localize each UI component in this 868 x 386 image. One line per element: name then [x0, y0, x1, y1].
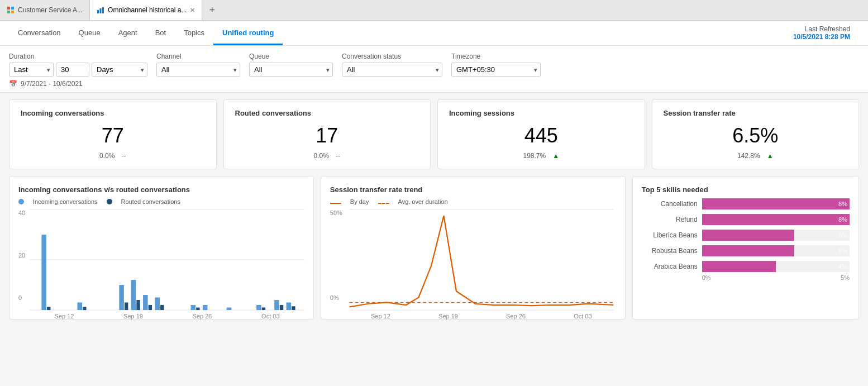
- skill-bar-cancellation: 8%: [702, 198, 850, 209]
- chart-incoming-title: Incoming conversations v/s routed conver…: [18, 185, 304, 194]
- calendar-icon: 📅: [9, 80, 17, 88]
- svg-rect-16: [131, 280, 136, 310]
- svg-rect-1: [11, 7, 14, 9]
- svg-rect-15: [125, 303, 128, 311]
- browser-tabs: Customer Service A... Omnichannel histor…: [0, 0, 868, 21]
- svg-rect-28: [274, 300, 279, 310]
- svg-rect-29: [280, 305, 283, 310]
- tab-topics[interactable]: Topics: [175, 22, 213, 45]
- chart-icon: [97, 6, 104, 14]
- svg-rect-17: [137, 300, 140, 310]
- channel-select-wrapper: All: [156, 63, 240, 77]
- skill-bar-bg-refund: 8%: [702, 214, 850, 225]
- skill-bar-robusta: 5%: [702, 245, 794, 256]
- duration-unit-select[interactable]: Days Weeks Months: [92, 63, 147, 77]
- close-tab-icon[interactable]: ✕: [190, 7, 195, 14]
- chart-top-skills: Top 5 skills needed Cancellation 8% Refu…: [632, 176, 859, 320]
- chart-incoming-vs-routed: Incoming conversations v/s routed conver…: [9, 176, 314, 320]
- svg-rect-6: [102, 7, 104, 13]
- duration-value-input[interactable]: [56, 63, 89, 77]
- kpi-incoming-sessions: Incoming sessions 445 198.7% ▲: [437, 99, 645, 169]
- skill-bar-bg-liberica: 5%: [702, 230, 850, 241]
- queue-select[interactable]: All: [249, 63, 333, 77]
- legend-by-day-line: [330, 203, 341, 204]
- svg-rect-24: [203, 305, 208, 310]
- date-range: 📅 9/7/2021 - 10/6/2021: [9, 80, 859, 88]
- arrow-up-icon-transfer: ▲: [767, 152, 774, 160]
- last-refreshed: Last Refreshed 10/5/2021 8:28 PM: [784, 21, 859, 45]
- kpi-incoming-conversations: Incoming conversations 77 0.0% --: [9, 99, 217, 169]
- svg-rect-2: [7, 11, 10, 13]
- filter-timezone: Timezone GMT+05:30: [451, 53, 541, 77]
- filter-conversation-status: Conversation status All: [342, 53, 442, 77]
- kpi-value-incoming: 77: [21, 124, 205, 147]
- kpi-value-routed: 17: [235, 124, 419, 147]
- svg-rect-11: [47, 307, 50, 310]
- legend-avg-dashed: [378, 203, 389, 204]
- svg-rect-4: [97, 10, 99, 13]
- chart-incoming-legend: Incoming conversations Routed conversati…: [18, 198, 304, 205]
- charts-row: Incoming conversations v/s routed conver…: [0, 176, 868, 326]
- skill-bar-arabica: 4%: [702, 261, 776, 272]
- filter-channel: Channel All: [156, 53, 240, 77]
- queue-select-wrapper: All: [249, 63, 333, 77]
- skill-bar-bg-arabica: 4%: [702, 261, 850, 272]
- svg-rect-21: [160, 305, 164, 310]
- tab-bot[interactable]: Bot: [146, 22, 175, 45]
- kpi-routed-conversations: Routed conversations 17 0.0% --: [223, 99, 431, 169]
- kpi-value-sessions: 445: [449, 124, 633, 147]
- chart-transfer-legend: By day Avg. over duration: [330, 198, 616, 205]
- legend-incoming-dot: [18, 199, 24, 204]
- duration-preset-select[interactable]: Last: [9, 63, 54, 77]
- timezone-select-wrapper: GMT+05:30: [451, 63, 541, 77]
- filters-bar: Duration Last Days Weeks Months: [0, 46, 868, 93]
- skill-row-cancellation: Cancellation 8%: [642, 198, 850, 209]
- browser-tab-1[interactable]: Customer Service A...: [0, 0, 90, 20]
- new-tab-button[interactable]: +: [202, 0, 222, 20]
- timezone-select[interactable]: GMT+05:30: [451, 63, 541, 77]
- svg-rect-25: [227, 308, 232, 311]
- duration-controls: Last Days Weeks Months: [9, 63, 147, 77]
- svg-rect-18: [143, 295, 148, 310]
- bar-chart-y-axis: 40 20 0: [18, 209, 27, 310]
- browser-tab-2-label: Omnichannel historical a...: [108, 6, 187, 14]
- tab-queue[interactable]: Queue: [70, 22, 109, 45]
- kpi-sub-sessions: 198.7% ▲: [449, 152, 633, 160]
- line-chart-y-axis: 50% 0%: [330, 209, 345, 310]
- nav-tabs: Conversation Queue Agent Bot Topics Unif…: [0, 21, 868, 46]
- chart-transfer-title: Session transfer rate trend: [330, 185, 616, 194]
- tab-unified-routing[interactable]: Unified routing: [213, 22, 283, 45]
- tab-conversation[interactable]: Conversation: [9, 22, 70, 45]
- conversation-status-select[interactable]: All: [342, 63, 442, 77]
- arrow-up-icon-sessions: ▲: [552, 152, 559, 160]
- svg-rect-3: [11, 11, 14, 13]
- svg-rect-27: [262, 308, 265, 311]
- kpi-title-incoming: Incoming conversations: [21, 109, 205, 117]
- svg-rect-22: [191, 305, 196, 310]
- channel-select[interactable]: All: [156, 63, 240, 77]
- svg-rect-10: [42, 235, 47, 310]
- filters-row: Duration Last Days Weeks Months: [9, 53, 859, 77]
- bar-chart-bars: Sep 12 Sep 19 Sep 26 Oct 03: [30, 209, 304, 310]
- chart-skills-title: Top 5 skills needed: [642, 185, 850, 194]
- line-chart-svg: [347, 209, 616, 310]
- grid-icon: [7, 6, 15, 14]
- kpi-sub-incoming: 0.0% --: [21, 152, 205, 160]
- svg-rect-5: [100, 8, 102, 13]
- tab-agent[interactable]: Agent: [109, 22, 146, 45]
- svg-rect-13: [83, 307, 86, 310]
- skill-bar-bg-robusta: 5%: [702, 245, 850, 256]
- svg-rect-31: [292, 306, 295, 310]
- bar-chart-svg: [30, 209, 304, 310]
- skills-chart: Cancellation 8% Refund 8% Liberica Bea: [642, 198, 850, 272]
- skill-bar-refund: 8%: [702, 214, 850, 225]
- kpi-sub-routed: 0.0% --: [235, 152, 419, 160]
- kpi-title-routed: Routed conversations: [235, 109, 419, 117]
- skills-x-axis: 0% 5%: [642, 274, 850, 281]
- svg-rect-30: [287, 303, 292, 311]
- browser-tab-2[interactable]: Omnichannel historical a... ✕: [90, 0, 202, 20]
- filter-queue: Queue All: [249, 53, 333, 77]
- svg-rect-19: [149, 305, 152, 310]
- svg-rect-14: [120, 285, 125, 310]
- svg-rect-12: [78, 303, 83, 311]
